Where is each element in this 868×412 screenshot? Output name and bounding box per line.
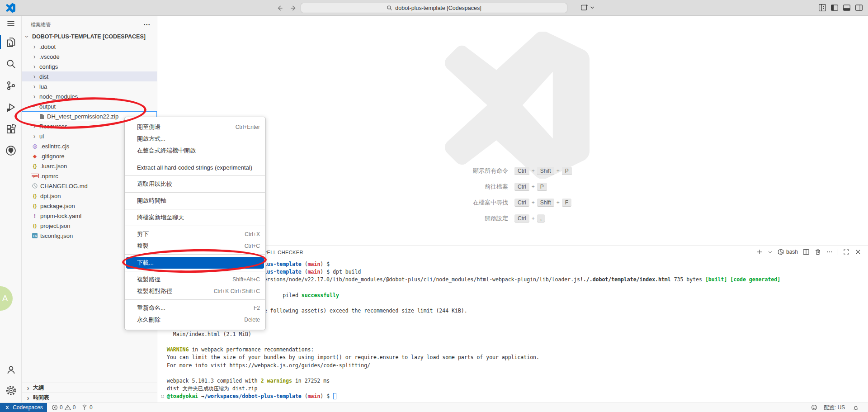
more-actions-icon[interactable]: ⋯	[143, 20, 151, 28]
chevron-right-icon: ›	[32, 74, 37, 79]
menu-item-label: 開至側邊	[137, 123, 160, 131]
radio-tower-icon	[81, 404, 88, 411]
tab-spell-checker[interactable]: SPELL CHECKER	[260, 250, 303, 255]
avatar: A	[0, 286, 13, 311]
menu-item-extract-strings[interactable]: Extract all hard-coded strings (experime…	[125, 161, 265, 173]
kill-terminal-icon[interactable]	[814, 248, 821, 256]
terminal-dropdown-icon[interactable]	[768, 250, 773, 255]
chevron-right-icon: ›	[32, 64, 37, 69]
toggle-primary-sidebar-icon[interactable]	[830, 4, 839, 12]
copilot-dropdown[interactable]	[580, 4, 594, 12]
explorer-title: 檔案總管	[31, 21, 51, 28]
bell-icon	[853, 404, 859, 411]
explorer-icon[interactable]	[0, 33, 22, 51]
terminal-cursor	[333, 393, 336, 399]
more-actions-icon[interactable]	[826, 248, 833, 256]
menu-item-download[interactable]: 下載...	[126, 257, 264, 269]
tree-item-label: project.json	[40, 223, 70, 229]
tree-item-label: output	[39, 103, 56, 110]
sidebar-timeline-section[interactable]: ›時間表	[22, 393, 157, 403]
command-decoration-icon[interactable]	[161, 395, 164, 398]
run-debug-icon[interactable]	[0, 98, 22, 116]
chevron-down-icon: ›	[32, 104, 37, 109]
tree-item-output-folder[interactable]: ›output	[22, 101, 157, 111]
tree-item-label: node_modules	[39, 93, 78, 100]
github-icon[interactable]	[0, 142, 22, 160]
accounts-icon[interactable]	[0, 360, 22, 379]
extensions-icon[interactable]	[0, 120, 22, 138]
divider	[838, 249, 838, 255]
json-icon: {}	[33, 223, 37, 228]
menu-item-shortcut: Shift+Alt+C	[232, 276, 260, 283]
watermark-label: 顯示所有命令	[413, 167, 508, 175]
tree-item-label: .eslintrc.cjs	[40, 143, 69, 150]
forward-arrow-icon[interactable]	[289, 4, 297, 12]
menu-item-open-with[interactable]: 開啟方式...	[125, 133, 265, 145]
menu-item-cut[interactable]: 剪下Ctrl+X	[125, 228, 265, 240]
menu-item-open-in-integrated-terminal[interactable]: 在整合式終端機中開啟	[125, 145, 265, 156]
terminal-tab-bash[interactable]: bash	[777, 248, 798, 256]
tree-item-node-modules-folder[interactable]: ›node_modules	[22, 91, 157, 101]
command-center-search[interactable]: dobot-plus-template [Codespaces]	[301, 3, 567, 13]
settings-gear-icon[interactable]	[0, 381, 22, 399]
menu-item-open-to-side[interactable]: 開至側邊Ctrl+Enter	[125, 121, 265, 133]
tree-item-vscode-folder[interactable]: ›.vscode	[22, 52, 157, 62]
key-chip: Ctrl	[514, 199, 529, 207]
sidebar-outline-section[interactable]: ›大綱	[22, 383, 157, 393]
menu-item-copy[interactable]: 複製Ctrl+C	[125, 240, 265, 252]
menu-item-label: 複製路徑	[137, 275, 160, 284]
split-terminal-icon[interactable]	[802, 248, 810, 256]
toggle-secondary-sidebar-icon[interactable]	[855, 4, 863, 12]
tree-item-dobot-folder[interactable]: ›.dobot	[22, 42, 157, 52]
tree-item-label: tsconfig.json	[40, 232, 73, 239]
terminal-line: dist 文件夹已成功压缩为 dist.zip	[167, 385, 257, 393]
notifications-bell[interactable]	[853, 403, 859, 412]
section-label: 大綱	[33, 384, 44, 392]
remote-label: Codespaces	[13, 404, 43, 411]
source-control-icon[interactable]	[0, 76, 22, 95]
search-view-icon[interactable]	[0, 55, 22, 73]
watermark-shortcut-row: 在檔案中尋找Ctrl+Shift+F	[413, 194, 612, 210]
remote-indicator[interactable]: Codespaces	[0, 403, 47, 412]
vscode-logo-icon	[6, 3, 15, 13]
tree-item-root[interactable]: ›DOBOT-PLUS-TEMPLATE [CODESPACES]	[22, 32, 157, 42]
tree-item-dist-folder[interactable]: ›dist	[22, 71, 157, 81]
menu-item-rename[interactable]: 重新命名...F2	[125, 302, 265, 314]
customize-layout-icon[interactable]	[818, 4, 826, 12]
status-bar: Codespaces 0 0 0 配置: US	[0, 403, 868, 412]
back-arrow-icon[interactable]	[276, 4, 284, 12]
toggle-panel-icon[interactable]	[843, 4, 851, 12]
terminal-output[interactable]: @toadyokai →/workspaces/dobot-plus-templ…	[167, 260, 868, 402]
watermark-shortcut-row: 顯示所有命令Ctrl+Shift+P	[413, 163, 612, 179]
tree-item-label: configs	[39, 63, 58, 70]
maximize-panel-icon[interactable]	[843, 248, 850, 256]
terminal-line: You can limit the size of your bundles b…	[167, 354, 539, 361]
ports-status[interactable]: 0	[81, 403, 93, 412]
problems-status[interactable]: 0 0	[52, 403, 75, 412]
menu-item-delete-permanently[interactable]: 永久刪除Delete	[125, 314, 265, 326]
feedback-smiley[interactable]	[811, 403, 817, 412]
menu-item-open-timeline[interactable]: 開啟時間軸	[125, 195, 265, 207]
tree-item-configs-folder[interactable]: ›configs	[22, 62, 157, 71]
new-terminal-icon[interactable]	[756, 248, 763, 256]
keyboard-layout-status[interactable]: 配置: US	[824, 403, 845, 412]
menu-item-label: 將檔案新增至聊天	[137, 213, 184, 222]
key-chip: ,	[537, 214, 545, 223]
tree-item-label: .vscode	[39, 53, 60, 60]
key-chip: Ctrl	[514, 214, 529, 223]
terminal-line: For more info visit https://webpack.js.o…	[167, 362, 370, 369]
json-icon: {}	[33, 193, 37, 199]
close-panel-icon[interactable]	[854, 248, 862, 256]
menu-item-copy-relative-path[interactable]: 複製相對路徑Ctrl+K Ctrl+Shift+C	[125, 285, 265, 297]
tree-item-lua-folder[interactable]: ›lua	[22, 81, 157, 91]
search-icon	[387, 5, 392, 11]
menu-item-select-for-compare[interactable]: 選取用以比較	[125, 178, 265, 190]
menu-item-shortcut: Ctrl+Enter	[236, 124, 260, 130]
menu-item-add-file-to-chat[interactable]: 將檔案新增至聊天	[125, 212, 265, 223]
layout-label: 配置: US	[824, 404, 845, 412]
menu-item-copy-path[interactable]: 複製路徑Shift+Alt+C	[125, 274, 265, 285]
menu-icon[interactable]	[0, 14, 22, 33]
menu-item-label: Extract all hard-coded strings (experime…	[137, 164, 252, 171]
chevron-right-icon: ›	[32, 84, 37, 89]
tree-item-label: lua	[39, 83, 47, 90]
